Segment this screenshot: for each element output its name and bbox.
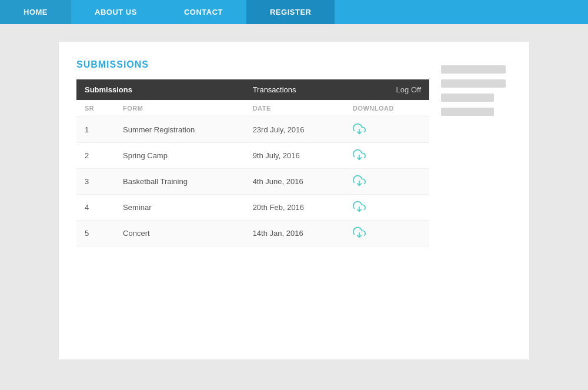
table-row: 3 Basketball Training 4th June, 2016 (76, 169, 429, 195)
nav-home[interactable]: HOME (0, 0, 71, 24)
table-row: 5 Concert 14th Jan, 2016 (76, 221, 429, 246)
row-download[interactable] (345, 195, 429, 221)
tab-submissions[interactable]: Submissions (76, 79, 245, 100)
row-sr: 5 (76, 221, 115, 246)
row-form: Spring Camp (115, 143, 245, 169)
table-row: 2 Spring Camp 9th July, 2016 (76, 143, 429, 169)
submissions-table: Submissions Transactions Log Off SR FORM… (76, 79, 429, 246)
row-download[interactable] (345, 117, 429, 143)
sidebar-bar-3 (441, 94, 494, 102)
row-download[interactable] (345, 143, 429, 169)
table-tab-header: Submissions Transactions Log Off (76, 79, 429, 100)
row-download[interactable] (345, 169, 429, 195)
col-sr: SR (76, 100, 115, 117)
table-row: 4 Seminar 20th Feb, 2016 (76, 195, 429, 221)
row-form: Concert (115, 221, 245, 246)
content-card: SUBMISSIONS Submissions Transactions Log… (59, 42, 529, 359)
row-date: 9th July, 2016 (245, 143, 345, 169)
nav-contact[interactable]: CONTACT (161, 0, 246, 24)
table-row: 1 Summer Registration 23rd July, 2016 (76, 117, 429, 143)
row-sr: 4 (76, 195, 115, 221)
row-form: Basketball Training (115, 169, 245, 195)
col-download: DOWNLOAD (345, 100, 429, 117)
download-icon (353, 148, 366, 161)
row-sr: 1 (76, 117, 115, 143)
sidebar-bar-2 (441, 79, 506, 88)
download-icon (353, 226, 366, 239)
main-section: SUBMISSIONS Submissions Transactions Log… (76, 59, 429, 342)
page-wrapper: SUBMISSIONS Submissions Transactions Log… (0, 24, 588, 377)
main-nav: HOME ABOUT US CONTACT REGISTER (0, 0, 588, 24)
row-form: Summer Registration (115, 117, 245, 143)
column-header-row: SR FORM DATE DOWNLOAD (76, 100, 429, 117)
download-icon (353, 174, 366, 187)
row-sr: 2 (76, 143, 115, 169)
sidebar-bar-4 (441, 108, 494, 116)
nav-register[interactable]: REGISTER (246, 0, 335, 24)
col-form: FORM (115, 100, 245, 117)
download-icon (353, 200, 366, 213)
sidebar-bar-1 (441, 65, 506, 74)
page-title: SUBMISSIONS (76, 59, 429, 70)
row-date: 14th Jan, 2016 (245, 221, 345, 246)
row-download[interactable] (345, 221, 429, 246)
tab-transactions[interactable]: Transactions (245, 79, 345, 100)
row-date: 20th Feb, 2016 (245, 195, 345, 221)
logoff-button[interactable]: Log Off (345, 79, 429, 100)
row-form: Seminar (115, 195, 245, 221)
nav-about[interactable]: ABOUT US (71, 0, 161, 24)
sidebar (441, 59, 512, 342)
row-date: 23rd July, 2016 (245, 117, 345, 143)
row-sr: 3 (76, 169, 115, 195)
download-icon (353, 122, 366, 135)
col-date: DATE (245, 100, 345, 117)
row-date: 4th June, 2016 (245, 169, 345, 195)
